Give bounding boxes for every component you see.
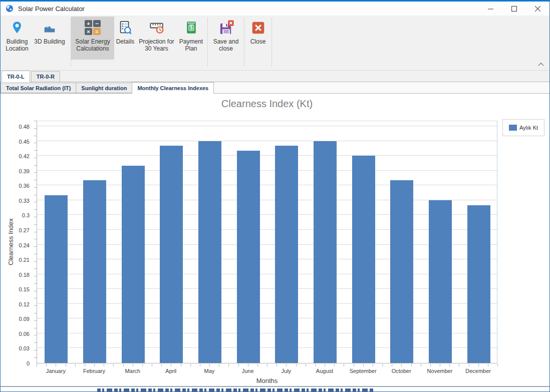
3d-building-button[interactable]: 3D Building [32, 17, 68, 60]
y-tick-label: 0 [1, 360, 30, 367]
maximize-icon [511, 6, 517, 12]
clipped-status-text [97, 388, 374, 391]
y-tick-label: 0.21 [1, 256, 30, 263]
x-tick-label: June [228, 368, 267, 374]
minimize-button[interactable] [479, 2, 502, 16]
close-window-button[interactable] [526, 2, 549, 16]
gridline [37, 155, 497, 156]
y-tick-label: 0.42 [1, 153, 30, 160]
payment-plan-button[interactable]: $ Payment Plan [177, 17, 205, 60]
ribbon-separator [207, 18, 208, 67]
map-pin-icon [10, 19, 24, 36]
solar-energy-calculations-button[interactable]: +−×= Solar Energy Calculations [71, 17, 114, 60]
x-tick-label: May [190, 368, 229, 374]
window-title: Solar Power Calculator [18, 5, 85, 13]
collapse-ribbon-button[interactable] [536, 61, 545, 68]
gridline [37, 170, 497, 171]
close-icon [535, 6, 540, 12]
bar-may [198, 141, 221, 363]
x-tick-label: July [267, 368, 306, 374]
ribbon-separator [271, 18, 272, 67]
tab-monthly-clearness-indexes[interactable]: Monthly Clearness Indexes [132, 82, 214, 94]
y-tick-label: 0.36 [1, 182, 30, 189]
tab-total-solar-radiation[interactable]: Total Solar Radiation (IT) [1, 83, 76, 93]
save-and-close-button[interactable]: Save and close [210, 17, 242, 60]
chevron-up-icon [538, 63, 544, 66]
ribbon-button-label: Save and close [210, 38, 242, 52]
view-tab-strip: Total Solar Radiation (IT) Sunlight dura… [1, 82, 549, 94]
x-tick-label: August [306, 368, 344, 374]
y-tick-label: 0.45 [1, 138, 30, 145]
ribbon-button-label: Details [116, 38, 135, 45]
y-tick-label: 0.48 [1, 123, 30, 130]
details-button[interactable]: Details [114, 17, 136, 60]
ribbon-button-label: Projection for 30 Years [136, 38, 177, 52]
x-tick-label: April [152, 368, 190, 374]
x-axis-labels: JanuaryFebruaryMarchAprilMayJuneJulyAugu… [37, 368, 497, 375]
gridline [37, 126, 497, 126]
minimize-icon [488, 6, 493, 12]
bar-january [45, 195, 68, 363]
x-tick-label: December [459, 368, 497, 374]
y-tick-label: 0.15 [1, 286, 30, 293]
y-tick-label: 0.09 [1, 315, 30, 322]
close-button[interactable]: Close [246, 17, 269, 60]
x-axis-title: Months [37, 377, 497, 384]
bar-february [83, 180, 106, 363]
tab-tr-0-l[interactable]: TR-0-L [2, 71, 30, 82]
gridline [37, 141, 497, 141]
x-tick-label: March [113, 368, 152, 374]
x-axis-minor-ticks [37, 364, 498, 366]
app-window: Solar Power Calculator Building Location [0, 0, 550, 392]
y-tick-label: 0.39 [1, 168, 30, 175]
y-tick-label: 0.27 [1, 227, 30, 234]
bottom-strip [1, 386, 549, 391]
y-tick-label: 0.24 [1, 242, 30, 249]
ribbon-buttons: Building Location 3D Building +−×= Solar… [1, 16, 549, 67]
dollar-book-icon: $ [184, 19, 198, 36]
y-tick-label: 0.18 [1, 271, 30, 278]
ruler-clock-icon [149, 19, 165, 36]
ribbon-button-label: Close [250, 38, 266, 45]
building-location-button[interactable]: Building Location [3, 17, 32, 60]
tab-sunlight-duration[interactable]: Sunlight duration [76, 83, 132, 93]
y-tick-label: 0.3 [1, 212, 30, 219]
ribbon: Building Location 3D Building +−×= Solar… [1, 16, 549, 71]
y-axis-ticks: 00.030.060.090.120.150.180.210.240.270.3… [1, 121, 34, 363]
chart-panel: Clearness Index (Kt) Aylık Kt Clearness … [1, 94, 549, 386]
bar-august [314, 141, 337, 363]
x-tick-label: February [75, 368, 114, 374]
titlebar: Solar Power Calculator [1, 2, 549, 16]
building-icon [42, 19, 57, 36]
y-tick-label: 0.12 [1, 301, 30, 308]
y-tick-label: 0.03 [1, 345, 30, 352]
projection-30-years-button[interactable]: Projection for 30 Years [136, 17, 177, 60]
window-controls [479, 2, 549, 16]
document-magnifier-icon [118, 19, 133, 36]
bar-october [390, 180, 413, 363]
tab-tr-0-r[interactable]: TR-0-R [31, 71, 60, 82]
ribbon-button-label: Payment Plan [177, 38, 205, 52]
y-tick-label: 0.33 [1, 197, 30, 204]
calculator-icon: +−×= [85, 19, 101, 36]
chart-legend: Aylık Kt [502, 119, 544, 136]
ribbon-button-label: Solar Energy Calculations [71, 38, 114, 52]
document-tab-strip: TR-0-L TR-0-R [1, 71, 549, 82]
legend-label: Aylık Kt [519, 125, 538, 131]
bar-april [160, 146, 183, 363]
maximize-button[interactable] [502, 2, 526, 16]
bar-july [275, 146, 298, 363]
ribbon-button-label: Building Location [3, 38, 32, 52]
bar-september [352, 156, 375, 363]
x-tick-label: October [382, 368, 421, 374]
x-tick-label: January [37, 368, 75, 374]
bar-december [467, 205, 490, 363]
legend-swatch [509, 125, 517, 131]
bar-march [122, 166, 145, 363]
plot-area [37, 121, 497, 363]
x-tick-label: September [344, 368, 382, 374]
save-close-icon [218, 19, 234, 36]
ribbon-separator [244, 18, 244, 67]
bar-november [429, 200, 452, 363]
svg-text:$: $ [190, 25, 193, 31]
